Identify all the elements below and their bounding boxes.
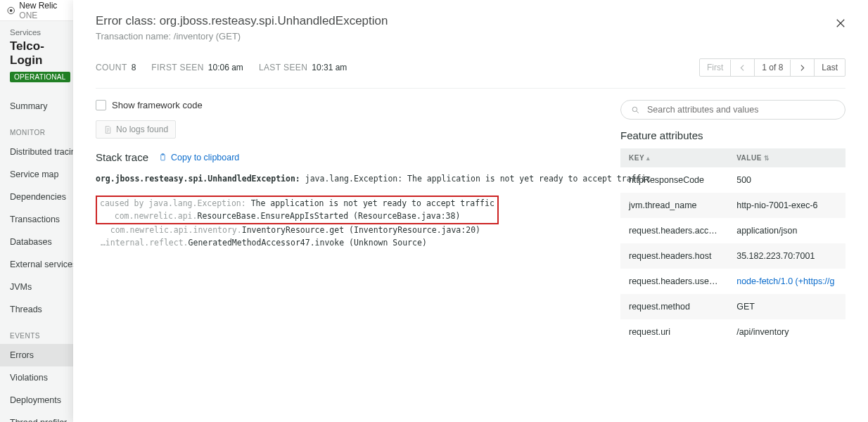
brand-bar: New Relic ONE bbox=[0, 0, 74, 21]
nav-deployments[interactable]: Deployments bbox=[0, 389, 74, 411]
sort-icon: ⇅ bbox=[764, 155, 770, 162]
nav-summary[interactable]: Summary bbox=[0, 95, 74, 117]
entity-name: Telco-Login bbox=[0, 39, 74, 68]
meta-counts: COUNT8 FIRST SEEN10:06 am LAST SEEN10:31… bbox=[96, 63, 347, 72]
nav-service-map[interactable]: Service map bbox=[0, 163, 74, 186]
table-row[interactable]: jvm.thread_namehttp-nio-7001-exec-6 bbox=[620, 193, 845, 218]
col-key[interactable]: KEY▴ bbox=[620, 148, 728, 167]
attr-key: request.headers.userAg... bbox=[620, 269, 728, 294]
attribute-search[interactable] bbox=[620, 100, 845, 120]
show-framework-checkbox[interactable]: Show framework code bbox=[96, 100, 601, 110]
table-row[interactable]: httpResponseCode500 bbox=[620, 167, 845, 193]
svg-rect-2 bbox=[161, 155, 165, 160]
trace-exception-line: org.jboss.resteasy.spi.UnhandledExceptio… bbox=[96, 173, 601, 186]
document-icon bbox=[103, 125, 113, 134]
attr-value: 35.182.223.70:7001 bbox=[728, 243, 845, 269]
attr-value: GET bbox=[728, 294, 845, 319]
status-badge: OPERATIONAL bbox=[10, 72, 70, 82]
no-logs-chip: No logs found bbox=[96, 120, 176, 139]
table-row[interactable]: request.uri/api/inventory bbox=[620, 319, 845, 345]
separator bbox=[96, 88, 845, 89]
attr-key: request.method bbox=[620, 294, 728, 319]
attr-value: 500 bbox=[728, 167, 845, 193]
attr-key: request.headers.host bbox=[620, 243, 728, 269]
table-row[interactable]: request.methodGET bbox=[620, 294, 845, 319]
nav-heading-events: EVENTS bbox=[0, 321, 74, 344]
sort-icon: ▴ bbox=[646, 155, 651, 162]
close-button[interactable] bbox=[834, 15, 847, 34]
clipboard-icon bbox=[158, 153, 167, 162]
transaction-name: Transaction name: /inventory (GET) bbox=[96, 31, 845, 41]
nav-databases[interactable]: Databases bbox=[0, 231, 74, 253]
feature-attributes-title: Feature attributes bbox=[620, 129, 845, 141]
pager-next[interactable] bbox=[790, 60, 814, 76]
attr-value: /api/inventory bbox=[728, 319, 845, 345]
nav-external-services[interactable]: External services bbox=[0, 253, 74, 276]
copy-to-clipboard[interactable]: Copy to clipboard bbox=[158, 153, 239, 162]
pager-prev[interactable] bbox=[730, 60, 754, 76]
attributes-table: KEY▴ VALUE⇅ httpResponseCode500jvm.threa… bbox=[620, 148, 845, 345]
attr-key: httpResponseCode bbox=[620, 167, 728, 193]
pager-last[interactable]: Last bbox=[814, 59, 845, 76]
nav-errors[interactable]: Errors bbox=[0, 344, 74, 366]
nav-violations[interactable]: Violations bbox=[0, 366, 74, 389]
attr-key: jvm.thread_name bbox=[620, 193, 728, 218]
nav-thread-profiler[interactable]: Thread profiler bbox=[0, 411, 74, 422]
error-detail-panel: Error class: org.jboss.resteasy.spi.Unha… bbox=[73, 0, 868, 422]
col-value[interactable]: VALUE⇅ bbox=[728, 148, 845, 167]
pager-first[interactable]: First bbox=[700, 59, 730, 76]
brand-name: New Relic ONE bbox=[19, 1, 67, 20]
newrelic-logo-icon bbox=[7, 6, 15, 15]
attr-key: request.headers.accept bbox=[620, 218, 728, 243]
table-row[interactable]: request.headers.userAg...node-fetch/1.0 … bbox=[620, 269, 845, 294]
close-icon bbox=[834, 17, 847, 30]
nav-transactions[interactable]: Transactions bbox=[0, 208, 74, 231]
table-row[interactable]: request.headers.acceptapplication/json bbox=[620, 218, 845, 243]
attr-key: request.uri bbox=[620, 319, 728, 345]
attr-value: application/json bbox=[728, 218, 845, 243]
error-class-header: Error class: org.jboss.resteasy.spi.Unha… bbox=[96, 14, 845, 28]
stack-trace-title: Stack trace bbox=[96, 151, 148, 163]
checkbox-icon bbox=[96, 100, 106, 110]
trace-rest: com.newrelic.api.inventory.InventoryReso… bbox=[96, 224, 601, 250]
chevron-left-icon bbox=[738, 63, 747, 72]
svg-point-4 bbox=[632, 107, 637, 112]
attr-value: http-nio-7001-exec-6 bbox=[728, 193, 845, 218]
nav-jvms[interactable]: JVMs bbox=[0, 276, 74, 298]
nav-threads[interactable]: Threads bbox=[0, 298, 74, 321]
attribute-search-input[interactable] bbox=[647, 105, 835, 115]
nav-distributed-tracing[interactable]: Distributed tracing bbox=[0, 141, 74, 163]
pager: First 1 of 8 Last bbox=[699, 58, 845, 77]
chevron-right-icon bbox=[798, 63, 807, 72]
nav-dependencies[interactable]: Dependencies bbox=[0, 186, 74, 208]
sidebar-section: Services bbox=[0, 21, 74, 39]
trace-highlight-box: caused by java.lang.Exception: The appli… bbox=[96, 196, 499, 225]
svg-point-1 bbox=[10, 9, 13, 12]
nav-heading-monitor: MONITOR bbox=[0, 117, 74, 141]
attr-value: node-fetch/1.0 (+https://g bbox=[728, 269, 845, 294]
sidebar: New Relic ONE Services Telco-Login OPERA… bbox=[0, 0, 75, 422]
search-icon bbox=[631, 106, 640, 115]
pager-position: 1 of 8 bbox=[754, 59, 790, 76]
table-row[interactable]: request.headers.host35.182.223.70:7001 bbox=[620, 243, 845, 269]
